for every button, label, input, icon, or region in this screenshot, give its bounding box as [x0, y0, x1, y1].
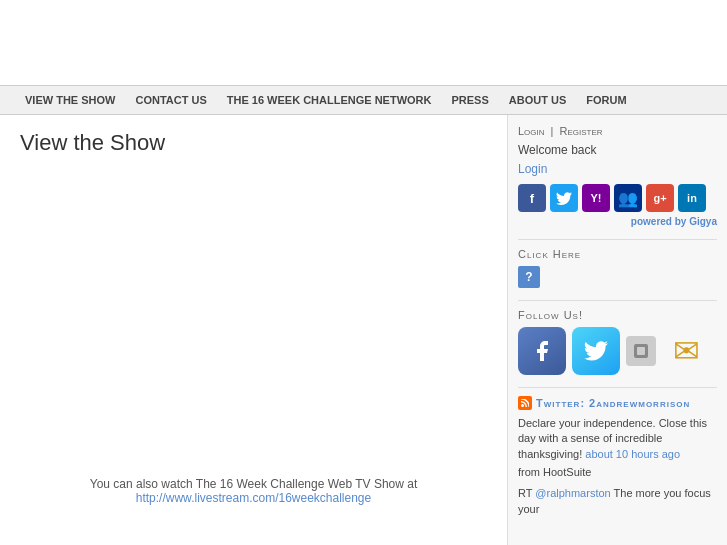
- tweet-2-text: RT @ralphmarston The more you focus your: [518, 486, 717, 517]
- rss-icon: [518, 396, 532, 410]
- login-register-bar: Login | Register: [518, 125, 717, 137]
- nav-challenge-network[interactable]: THE 16 WEEK CHALLENGE NETWORK: [217, 86, 442, 114]
- social-login-yahoo[interactable]: Y!: [582, 184, 610, 212]
- follow-section: Follow Us! ✉: [518, 309, 717, 375]
- twitter-feed: Twitter: 2andrewmorrison Declare your in…: [518, 396, 717, 517]
- follow-icons: ✉: [518, 327, 717, 375]
- sidebar: Login | Register Welcome back Login f Y!…: [507, 115, 727, 545]
- tweet-1-text: Declare your independence. Close this da…: [518, 416, 717, 462]
- top-bar: [0, 0, 727, 85]
- login-divider: |: [551, 125, 554, 137]
- main-container: View the Show You can also watch The 16 …: [0, 115, 727, 545]
- follow-us-title: Follow Us!: [518, 309, 717, 321]
- login-header-label: Login: [518, 125, 545, 137]
- watch-text: You can also watch The 16 Week Challenge…: [90, 477, 418, 505]
- twitter-handle-link[interactable]: Twitter: 2andrewmorrison: [536, 397, 690, 409]
- powered-by: powered by Gigya: [518, 216, 717, 227]
- social-login-twitter[interactable]: [550, 184, 578, 212]
- click-here-button[interactable]: ?: [518, 266, 540, 288]
- social-login-facebook[interactable]: f: [518, 184, 546, 212]
- click-here-section: Click Here ?: [518, 248, 717, 288]
- nav-about-us[interactable]: ABOUT US: [499, 86, 576, 114]
- svg-point-2: [521, 404, 524, 407]
- social-login-myspace[interactable]: 👥: [614, 184, 642, 212]
- login-link[interactable]: Login: [518, 162, 547, 176]
- nav-forum[interactable]: FORUM: [576, 86, 636, 114]
- follow-twitter[interactable]: [572, 327, 620, 375]
- social-login-google[interactable]: g+: [646, 184, 674, 212]
- tweet-1-time-link[interactable]: about 10 hours ago: [585, 448, 680, 460]
- social-login-linkedin[interactable]: in: [678, 184, 706, 212]
- tweet-2-user-link[interactable]: @ralphmarston: [535, 487, 610, 499]
- sidebar-divider-3: [518, 387, 717, 388]
- video-area: [20, 171, 492, 451]
- social-icons: f Y! 👥 g+ in: [518, 184, 717, 212]
- nav-view-the-show[interactable]: VIEW THE SHOW: [15, 86, 125, 114]
- follow-facebook[interactable]: [518, 327, 566, 375]
- follow-small-icon[interactable]: [626, 336, 656, 366]
- sidebar-divider-2: [518, 300, 717, 301]
- nav-press[interactable]: PRESS: [441, 86, 498, 114]
- watch-link[interactable]: http://www.livestream.com/16weekchalleng…: [136, 491, 371, 505]
- sidebar-divider-1: [518, 239, 717, 240]
- welcome-text: Welcome back: [518, 143, 717, 157]
- navigation: VIEW THE SHOW CONTACT US THE 16 WEEK CHA…: [0, 85, 727, 115]
- content-area: View the Show You can also watch The 16 …: [0, 115, 507, 545]
- nav-contact-us[interactable]: CONTACT US: [125, 86, 216, 114]
- page-title: View the Show: [20, 130, 492, 156]
- svg-rect-1: [637, 347, 645, 355]
- register-link[interactable]: Register: [559, 125, 602, 137]
- tweet-1-from: from HootSuite: [518, 466, 717, 478]
- follow-email[interactable]: ✉: [662, 327, 710, 375]
- twitter-feed-header: Twitter: 2andrewmorrison: [518, 396, 717, 410]
- login-section: Login | Register Welcome back Login f Y!…: [518, 125, 717, 227]
- click-here-title: Click Here: [518, 248, 717, 260]
